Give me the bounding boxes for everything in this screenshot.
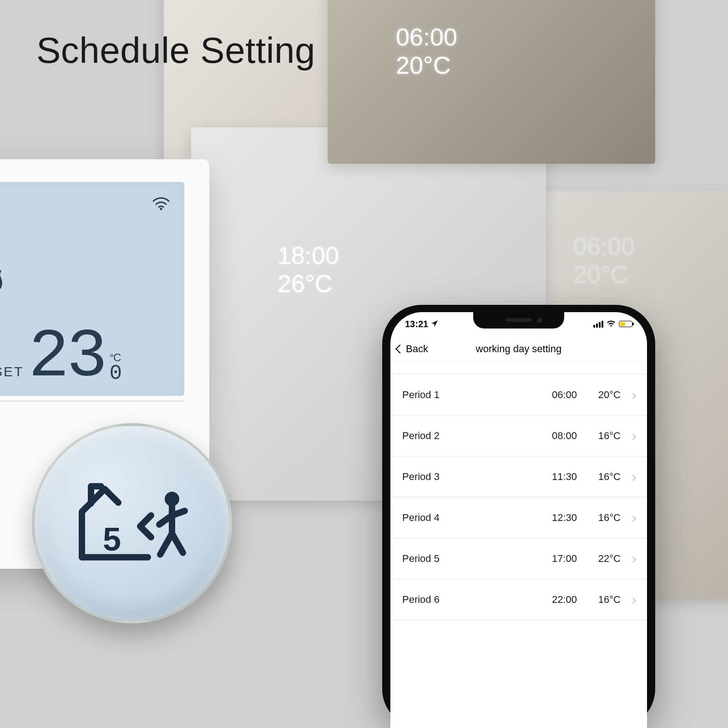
thermostat-screen: SET 23 °C 0: [0, 182, 184, 396]
overlay-faded-time: 06:00: [573, 232, 635, 260]
chevron-right-icon: [631, 512, 635, 524]
period-temp: 16°C: [585, 594, 621, 606]
overlay-morning-time: 06:00: [396, 23, 457, 51]
battery-icon: [619, 321, 632, 327]
period-time: 12:30: [538, 512, 577, 524]
period-temp: 22°C: [585, 553, 621, 565]
overlay-faded-temp: 20°C: [573, 260, 635, 288]
period-time: 06:00: [538, 389, 577, 401]
chevron-right-icon: [631, 389, 635, 401]
period-row-1[interactable]: Period 106:0020°C: [390, 374, 647, 415]
thermostat-unit-bottom: 0: [109, 363, 121, 384]
period-row-6[interactable]: Period 622:0016°C: [390, 579, 647, 620]
wifi-status-icon: [607, 319, 616, 329]
period-time: 11:30: [538, 471, 577, 483]
overlay-morning-temp: 20°C: [396, 51, 457, 79]
phone-notch: [473, 312, 564, 329]
period-row-2[interactable]: Period 208:0016°C: [390, 415, 647, 456]
period-temp: 20°C: [585, 389, 621, 401]
thermostat-divider: [0, 400, 184, 402]
period-time: 22:00: [538, 594, 577, 606]
back-button[interactable]: Back: [397, 336, 428, 362]
bg-photo-morning: [328, 0, 655, 164]
phone-screen: 13:21 Back working: [390, 312, 647, 728]
back-label: Back: [406, 343, 428, 355]
period-time: 17:00: [538, 553, 577, 565]
status-time: 13:21: [405, 319, 428, 329]
heat-icon: [0, 268, 10, 296]
thermostat-set-temp: 23: [28, 323, 105, 391]
phone: 13:21 Back working: [382, 305, 655, 728]
page-title: Schedule Setting: [36, 30, 315, 71]
chevron-right-icon: [631, 553, 635, 565]
cellular-icon: [593, 321, 603, 328]
schedule-period-magnifier: 5: [32, 423, 232, 623]
chevron-right-icon: [631, 471, 635, 483]
period-label: Period 2: [402, 430, 538, 442]
period-label: Period 5: [402, 553, 538, 565]
nav-title: working day setting: [476, 343, 561, 355]
bubble-period-number: 5: [103, 521, 121, 558]
period-list: Period 106:0020°CPeriod 208:0016°CPeriod…: [390, 374, 647, 620]
period-time: 08:00: [538, 430, 577, 442]
period-label: Period 4: [402, 512, 538, 524]
period-temp: 16°C: [585, 430, 621, 442]
period-temp: 16°C: [585, 512, 621, 524]
thermostat-set-row: SET 23 °C 0: [0, 323, 121, 391]
period-temp: 16°C: [585, 471, 621, 483]
nav-bar: Back working day setting: [390, 336, 647, 362]
overlay-evening: 18:00 26°C: [278, 241, 339, 298]
overlay-evening-temp: 26°C: [278, 269, 339, 298]
period-label: Period 3: [402, 471, 538, 483]
chevron-right-icon: [631, 594, 635, 606]
chevron-right-icon: [631, 430, 635, 442]
overlay-morning: 06:00 20°C: [396, 23, 457, 79]
period-row-5[interactable]: Period 517:0022°C: [390, 538, 647, 579]
period-row-3[interactable]: Period 311:3016°C: [390, 456, 647, 497]
period-label: Period 1: [402, 389, 538, 401]
overlay-faded: 06:00 20°C: [573, 232, 635, 288]
svg-point-0: [160, 207, 162, 210]
chevron-left-icon: [395, 344, 404, 354]
location-icon: [431, 319, 438, 329]
thermostat-unit: °C 0: [109, 352, 121, 384]
overlay-evening-time: 18:00: [278, 241, 339, 269]
thermostat-set-label: SET: [0, 364, 24, 379]
period-row-4[interactable]: Period 412:3016°C: [390, 497, 647, 538]
wifi-icon: [152, 195, 171, 212]
period-label: Period 6: [402, 594, 538, 606]
